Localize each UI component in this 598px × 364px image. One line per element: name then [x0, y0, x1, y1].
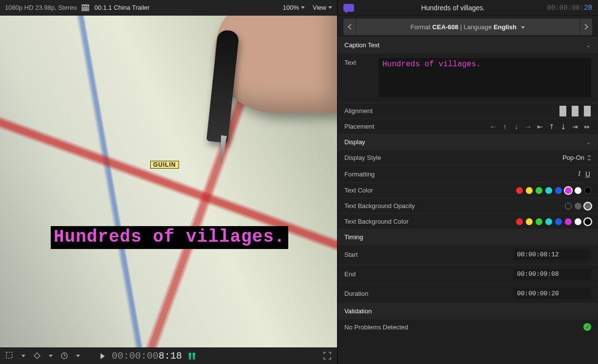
text-color-row: Text Color [338, 182, 598, 198]
viewer-footer: 00:00:008:18 [0, 347, 337, 364]
text-label: Text [344, 58, 374, 66]
underline-button[interactable]: U [584, 170, 591, 178]
placement-up-button[interactable]: ↑ [500, 123, 509, 130]
validation-row: No Problems Detected ✓ [338, 319, 598, 335]
clip-name: 00.1.1 China Trailer [94, 4, 149, 11]
map-city-label: GUILIN [150, 161, 179, 169]
text-color-swatch[interactable] [565, 187, 572, 194]
bg-color-swatch[interactable] [555, 218, 562, 225]
section-validation: Validation [338, 303, 598, 319]
alignment-row: Alignment [338, 103, 598, 118]
placement-right-button[interactable]: → [524, 123, 533, 130]
viewer-timecode[interactable]: 00:00:008:18 [112, 350, 182, 362]
validation-ok-icon: ✓ [583, 323, 591, 331]
align-right-button[interactable] [582, 108, 591, 115]
caption-icon [343, 4, 354, 12]
next-caption-button[interactable] [579, 19, 592, 35]
section-caption-text[interactable]: Caption Text ⌄ [338, 37, 598, 53]
text-bg-opacity-row: Text Background Opacity [338, 198, 598, 213]
placement-bottom-button[interactable]: ⤓ [559, 123, 568, 130]
bg-color-swatch[interactable] [516, 218, 523, 225]
caption-overlay[interactable]: Hundreds of villages. [51, 226, 288, 249]
display-style-select[interactable]: Pop-On [562, 154, 591, 161]
format-language-dropdown[interactable]: Format CEA-608 | Language English [356, 23, 579, 31]
play-button[interactable] [100, 353, 105, 359]
end-timecode-field[interactable]: 00:00:09:08 [513, 268, 591, 280]
view-dropdown[interactable]: View [313, 4, 332, 11]
italic-button[interactable]: I [577, 170, 581, 178]
duration-timecode-field[interactable]: 00:00:00:20 [513, 288, 591, 299]
bg-opacity-swatch[interactable] [584, 203, 591, 210]
bg-color-swatch[interactable] [575, 218, 581, 225]
placement-center-button[interactable]: ⇔ [582, 123, 591, 130]
chevron-down-icon [328, 6, 332, 9]
text-row: Text [338, 53, 598, 103]
chevron-down-icon [49, 355, 53, 357]
text-bg-color-row: Text Background Color [338, 213, 598, 229]
svg-rect-0 [81, 7, 89, 11]
caption-overlay-text: Hundreds of villages. [54, 227, 285, 247]
placement-down-button[interactable]: ↓ [512, 123, 521, 130]
chevron-down-icon [301, 6, 305, 9]
zoom-value: 100% [283, 4, 299, 11]
chevron-down-icon: ⌄ [586, 138, 591, 146]
chevron-down-icon: ⌄ [586, 41, 591, 49]
bg-color-swatch[interactable] [526, 218, 533, 225]
timing-start-row: Start 00:00:08:12 [338, 245, 598, 264]
inspector-timecode: 00:00:00:20 [547, 4, 592, 12]
timing-end-row: End 00:00:09:08 [338, 264, 598, 284]
display-style-row: Display Style Pop-On [338, 150, 598, 165]
view-label: View [313, 4, 326, 11]
bg-color-swatch[interactable] [584, 218, 591, 225]
pen-graphic [185, 16, 337, 186]
placement-row: Placement ← ↑ ↓ → ⇤ ⤒ ⤓ ⇥ ⇔ [338, 118, 598, 134]
placement-left-button[interactable]: ← [489, 123, 498, 130]
viewer-canvas[interactable]: GUILIN Hundreds of villages. [0, 16, 337, 347]
audio-meters [189, 353, 195, 360]
crop-menu-icon[interactable] [5, 351, 15, 362]
align-center-button[interactable] [571, 108, 579, 115]
caption-inspector: Hundreds of villages. 00:00:00:20 Format… [338, 0, 598, 364]
text-color-swatch[interactable] [575, 187, 581, 194]
zoom-dropdown[interactable]: 100% [283, 4, 305, 11]
align-left-button[interactable] [559, 108, 568, 115]
text-color-swatch[interactable] [584, 187, 591, 194]
bg-opacity-swatch[interactable] [575, 203, 581, 210]
transform-menu-icon[interactable] [32, 351, 42, 362]
placement-far-left-button[interactable]: ⇤ [536, 123, 544, 130]
fullscreen-icon[interactable] [322, 351, 332, 362]
bg-color-swatch[interactable] [536, 218, 542, 225]
text-color-swatch[interactable] [555, 187, 562, 194]
chevron-down-icon [521, 26, 525, 29]
chevron-down-icon [21, 355, 25, 357]
placement-top-button[interactable]: ⤒ [547, 123, 556, 130]
placement-far-right-button[interactable]: ⇥ [571, 123, 579, 130]
clapperboard-icon [81, 4, 89, 11]
text-color-swatch[interactable] [526, 187, 533, 194]
section-timing: Timing [338, 229, 598, 245]
bg-opacity-swatch[interactable] [565, 203, 572, 210]
text-color-swatch[interactable] [536, 187, 542, 194]
bg-color-swatch[interactable] [545, 218, 552, 225]
retime-menu-icon[interactable] [60, 351, 69, 362]
inspector-title: Hundreds of villages. [359, 4, 547, 12]
caption-text-input[interactable] [379, 58, 591, 97]
section-display[interactable]: Display ⌄ [338, 134, 598, 150]
text-color-swatch[interactable] [516, 187, 523, 194]
svg-rect-6 [6, 352, 12, 358]
timing-duration-row: Duration 00:00:00:20 [338, 284, 598, 303]
formatting-row: Formatting I U [338, 165, 598, 182]
prev-caption-button[interactable] [343, 19, 356, 35]
chevron-down-icon [76, 355, 80, 357]
viewer-header: 1080p HD 23.98p, Stereo 00.1.1 China Tra… [0, 0, 337, 16]
tc-dim: 00:00:00 [112, 350, 159, 362]
stepper-icon [587, 155, 591, 161]
bg-color-swatch[interactable] [565, 218, 572, 225]
tc-bright: 8:18 [159, 350, 182, 362]
viewer-format: 1080p HD 23.98p, Stereo [5, 4, 77, 11]
text-color-swatch[interactable] [545, 187, 552, 194]
start-timecode-field[interactable]: 00:00:08:12 [513, 249, 591, 260]
format-language-bar: Format CEA-608 | Language English [343, 19, 592, 35]
